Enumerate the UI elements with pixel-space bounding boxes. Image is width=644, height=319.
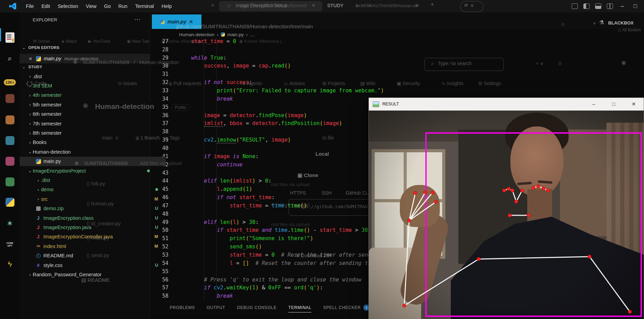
lightning-extension-icon[interactable]: ϟ [0,260,20,269]
menu-help[interactable]: Help [158,3,176,9]
python-file-icon [160,20,165,24]
result-titlebar[interactable]: RESULT – □ ✕ [369,98,644,111]
result-title: RESULT [382,102,399,106]
tree-item-label: 7th semester [33,121,62,126]
git-modified-dot [155,188,158,191]
open-editors-section[interactable]: ⌄ OPEN EDITORS [22,45,59,50]
tree-item-label: ImageEncryptionController.java [43,234,113,239]
code-line-27: 27start_time = 0 [157,37,236,45]
git-status-badge: U [155,225,158,230]
chevron-down-icon: ⌄ [22,65,25,69]
tree-item-label: 3rd SEM [33,83,52,89]
extension-badge-12k[interactable]: 12K+ [0,79,20,85]
ext-icon-teal[interactable] [0,136,20,145]
ext-icon-red[interactable] [0,94,20,103]
tree-item-dist[interactable]: ›.dist [20,72,157,81]
image-window-icon [373,101,379,107]
tree-item-imageencryption-class[interactable]: JImageEncryption.classU [20,213,166,223]
tree-item-index-html[interactable]: <>index.htmlM [20,241,166,251]
study-section[interactable]: ⌄ STUDY [22,65,42,69]
zip-file-icon [35,206,41,211]
layout-icon-3[interactable] [595,3,601,9]
tree-item-label: 6th semester [33,111,62,117]
panel-tab-output[interactable]: OUTPUT [207,305,225,312]
minimize-button[interactable]: – [619,3,626,10]
tree-item-demo[interactable]: ›demo [20,185,166,194]
menu-bar: FileEditSelectionViewGoRunTerminalHelp [22,3,176,9]
code-line-56: 56 # Press 'q' to exit the loop and clos… [157,276,362,284]
restore-button[interactable]: □ [632,3,639,10]
menu-go[interactable]: Go [100,3,114,9]
menu-terminal[interactable]: Terminal [131,3,158,9]
tree-item-src[interactable]: ›srcM [20,194,166,204]
git-status-badge: M [155,197,158,202]
panel-tab-spell-checker[interactable]: SPELL CHECKER4 [323,305,369,313]
tab-main-py[interactable]: main.py ✕ [152,14,201,29]
codegpt-extension-icon[interactable]: CODE GPT [0,242,20,247]
tree-item-demo-zip[interactable]: demo.zipU [20,204,166,213]
tree-item-books[interactable]: ›Books [20,138,157,147]
ext-icon-pink[interactable] [0,157,20,166]
python-extension-icon[interactable] [0,198,20,207]
tree-item-imageencryptioncontroller-java[interactable]: JImageEncryptionController.javaM [20,232,166,241]
code-line-46: 46 if not start_time: [157,193,275,202]
code-line-53: 53 start_time = 0 # Reset the timer afte… [157,251,381,259]
tree-item-human-detection[interactable]: ⌄Human-detection [20,147,157,156]
code-line-33: 33 print("Error: Failed to capture image… [157,86,384,95]
tree-item-dist[interactable]: ›.dist [20,175,166,185]
result-window[interactable]: RESULT – □ ✕ [368,97,644,319]
layout-icon-4[interactable] [607,3,613,9]
code-line-32: 32 if not success: [157,78,252,86]
layout-icon-2[interactable] [583,3,590,9]
open-editor-folder: Human-detection [64,56,98,61]
search-icon[interactable]: ⌕ [0,54,20,63]
chevron-right-icon: › [35,187,41,192]
chevron-right-icon: › [27,131,33,136]
tree-item-readme-md[interactable]: iREADME.md [20,251,166,260]
git-status-badge: U [155,216,158,220]
open-editor-main-py[interactable]: ✕ main.py Human-detection [20,54,150,63]
menu-file[interactable]: File [22,3,38,9]
tree-item-label: Books [33,140,46,145]
layout-icon-1[interactable] [572,3,578,9]
result-close-button[interactable]: ✕ [624,98,644,110]
tree-item-label: Random_Password_Generator [33,272,102,277]
blackbox-files-icon[interactable] [0,32,20,43]
result-minimize-button[interactable]: – [584,98,604,110]
openai-extension-icon[interactable]: ∗ [0,219,20,228]
menu-run[interactable]: Run [115,3,132,9]
panel-tab-problems[interactable]: PROBLEMS [170,305,195,312]
tree-item-7th-semester[interactable]: ›7th semester [20,119,157,128]
tree-item-6th-semester[interactable]: ›6th semester [20,110,157,119]
java-file-icon: J [35,225,41,230]
code-line-29: 29while True: [157,54,227,62]
menu-view[interactable]: View [82,3,100,9]
tree-item-8th-semester[interactable]: ›8th semester [20,128,157,137]
panel-tab-debug-console[interactable]: DEBUG CONSOLE [237,305,277,312]
explorer-more-actions[interactable]: ⋯ [134,16,140,23]
tree-item-imageencryptionproject[interactable]: ⌄ImageEncryptionProject [20,166,157,175]
result-maximize-button[interactable]: □ [604,98,624,110]
code-line-40: 40 [157,144,191,152]
tree-item-5th-semester[interactable]: ›5th semester [20,100,157,109]
tree-item-main-py[interactable]: main.py [20,157,166,166]
tree-item-random-password-generator[interactable]: ›Random_Password_Generator [20,270,157,279]
tree-item-3rd-sem[interactable]: ›3rd SEM [20,81,157,90]
chevron-right-icon: › [27,112,33,117]
tab-close-icon[interactable]: ✕ [189,19,193,24]
menu-selection[interactable]: Selection [54,3,82,9]
tree-item-style-css[interactable]: #style.cssU [20,260,166,270]
tree-item-label: ImageEncryptionProject [33,168,86,174]
css-file-icon: # [35,263,41,268]
readme-file-icon: i [35,253,41,258]
ext-icon-green[interactable] [0,177,20,186]
tab-label: main.py [167,19,186,24]
ext-icon-orange-cube[interactable] [0,115,20,124]
close-icon[interactable]: ✕ [29,56,32,61]
html-file-icon: <> [35,244,41,249]
activity-bar: ⌕12K+∗CODE GPTϟ [0,12,20,319]
panel-tab-terminal[interactable]: TERMINAL [288,305,311,312]
menu-edit[interactable]: Edit [38,3,54,9]
tree-item-imageencryption-java[interactable]: JImageEncryption.javaU [20,223,166,232]
tree-item-4th-semester[interactable]: ›4th semester [20,91,157,100]
